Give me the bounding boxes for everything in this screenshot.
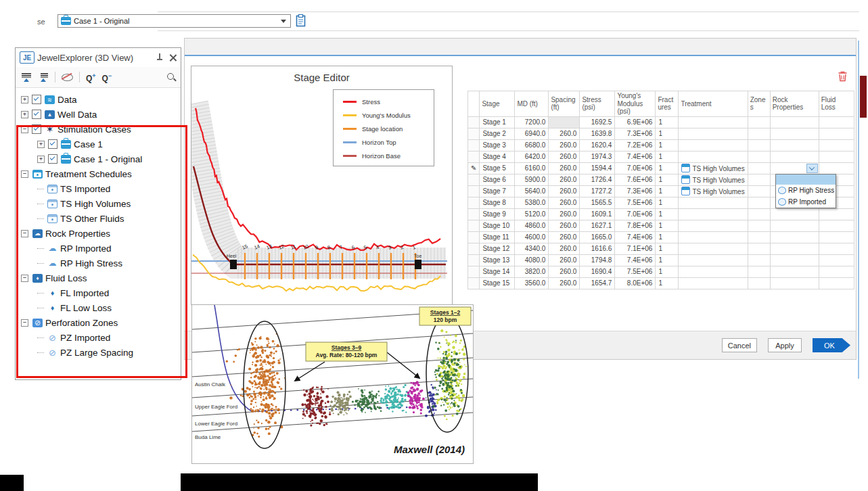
cell-spacing[interactable]: 260.0 <box>549 254 580 266</box>
cell-treatment[interactable] <box>679 220 748 231</box>
case-selector[interactable]: Case 1 - Original <box>58 14 291 28</box>
cell-stress[interactable]: 1726.4 <box>580 174 615 185</box>
tree-item-case-1[interactable]: +Case 1 <box>16 137 181 151</box>
cell-stress[interactable]: 1616.6 <box>580 243 615 254</box>
tree-item-ts-imported[interactable]: TS Imported <box>16 181 181 196</box>
cell-zones[interactable] <box>748 174 770 185</box>
cell-fractures[interactable]: 1 <box>656 243 679 254</box>
cell-stage[interactable]: Stage 5 <box>480 162 515 174</box>
cell-rock[interactable] <box>770 116 819 128</box>
cell-fractures[interactable]: 1 <box>656 162 679 174</box>
table-row-5[interactable]: ✎Stage 56160.0260.01594.47.0E+061TS High… <box>468 162 854 174</box>
cell-stage[interactable]: Stage 13 <box>480 254 515 266</box>
expand-all-button[interactable] <box>38 73 49 82</box>
row-selector[interactable] <box>468 277 480 289</box>
cell-zones[interactable] <box>748 162 770 174</box>
cell-stage[interactable]: Stage 7 <box>480 185 515 197</box>
cell-zones[interactable] <box>748 243 770 254</box>
cell-zones[interactable] <box>748 185 770 197</box>
cell-rock[interactable] <box>770 243 819 254</box>
row-selector[interactable] <box>468 139 480 151</box>
cell-fractures[interactable]: 1 <box>656 266 679 277</box>
tree-checkbox[interactable] <box>32 124 41 134</box>
cell-stress[interactable]: 1690.4 <box>580 266 615 277</box>
cell-fractures[interactable]: 1 <box>656 277 679 289</box>
cell-stress[interactable]: 1627.1 <box>580 220 615 231</box>
cell-spacing[interactable]: 260.0 <box>549 231 580 243</box>
cell-fluid[interactable] <box>819 128 854 139</box>
cell-md[interactable]: 4080.0 <box>515 254 549 266</box>
cell-zones[interactable] <box>748 128 770 139</box>
row-selector[interactable] <box>468 220 480 231</box>
expand-expander-icon[interactable]: + <box>37 156 45 163</box>
cell-spacing[interactable]: 260.0 <box>549 162 580 174</box>
cell-treatment[interactable] <box>679 139 748 151</box>
collapse-expander-icon[interactable]: − <box>21 230 28 237</box>
cell-stress[interactable]: 1639.8 <box>580 128 615 139</box>
table-row-4[interactable]: Stage 46420.0260.01974.37.4E+061 <box>468 151 854 162</box>
clipboard-icon[interactable] <box>296 14 306 28</box>
cell-fractures[interactable]: 1 <box>656 128 679 139</box>
cell-rock[interactable] <box>770 128 819 139</box>
cell-treatment[interactable] <box>679 231 748 243</box>
table-row-1[interactable]: Stage 17200.01692.56.9E+061 <box>468 116 854 128</box>
cell-youngs[interactable]: 7.5E+06 <box>615 266 656 277</box>
row-selector[interactable] <box>468 174 480 185</box>
column-header-stress[interactable]: Stress (psi) <box>580 91 615 117</box>
row-selector[interactable] <box>468 151 480 162</box>
cell-stage[interactable]: Stage 8 <box>480 197 515 208</box>
cell-zones[interactable] <box>748 254 770 266</box>
column-header-fractures[interactable]: Fractures <box>656 91 679 117</box>
table-row-3[interactable]: Stage 36680.0260.01620.47.2E+061 <box>468 139 854 151</box>
cell-zones[interactable] <box>748 220 770 231</box>
cell-rock[interactable] <box>770 254 819 266</box>
cell-youngs[interactable]: 7.8E+06 <box>615 220 656 231</box>
cell-spacing[interactable]: 260.0 <box>549 277 580 289</box>
cell-fluid[interactable] <box>819 116 854 128</box>
cell-md[interactable]: 6680.0 <box>515 139 549 151</box>
cell-stage[interactable]: Stage 3 <box>480 139 515 151</box>
cell-treatment[interactable]: TS High Volumes <box>679 162 748 174</box>
cell-youngs[interactable]: 7.0E+06 <box>615 208 656 220</box>
close-icon[interactable] <box>170 54 177 61</box>
delete-icon[interactable] <box>838 70 848 82</box>
cell-md[interactable]: 7200.0 <box>515 116 549 128</box>
tree-item-fl-low-loss[interactable]: ♦FL Low Loss <box>16 300 181 315</box>
cell-fluid[interactable] <box>819 139 854 151</box>
collapse-expander-icon[interactable]: − <box>21 319 28 327</box>
tree-item-ts-high-volumes[interactable]: TS High Volumes <box>16 196 181 211</box>
cell-youngs[interactable]: 7.0E+06 <box>615 162 656 174</box>
cell-youngs[interactable]: 7.4E+06 <box>615 151 656 162</box>
tree-item-case-1-original[interactable]: +Case 1 - Original <box>16 151 181 166</box>
cell-spacing[interactable]: 260.0 <box>549 266 580 277</box>
cell-rock[interactable] <box>770 151 819 162</box>
cell-stage[interactable]: Stage 1 <box>480 116 515 128</box>
cell-stage[interactable]: Stage 6 <box>480 174 515 185</box>
cell-fractures[interactable]: 1 <box>656 116 679 128</box>
expand-expander-icon[interactable]: + <box>21 111 28 118</box>
dropdown-item-rp-high-stress[interactable]: RP High Stress <box>776 185 836 196</box>
row-selector[interactable] <box>468 266 480 277</box>
cell-treatment[interactable] <box>679 208 748 220</box>
cell-stage[interactable]: Stage 15 <box>480 277 515 289</box>
cell-stress[interactable]: 1794.8 <box>580 254 615 266</box>
row-selector[interactable] <box>468 231 480 243</box>
cell-rock[interactable] <box>770 231 819 243</box>
cell-zones[interactable] <box>748 139 770 151</box>
tree-item-ts-other-fluids[interactable]: TS Other Fluids <box>16 211 181 226</box>
cell-md[interactable]: 5900.0 <box>515 174 549 185</box>
table-row-9[interactable]: Stage 95120.0260.01609.17.0E+061 <box>468 208 854 220</box>
expand-expander-icon[interactable]: + <box>37 141 45 148</box>
cell-spacing[interactable]: 260.0 <box>549 139 580 151</box>
cell-youngs[interactable]: 7.6E+06 <box>615 174 656 185</box>
cell-zones[interactable] <box>748 116 770 128</box>
cell-zones[interactable] <box>748 151 770 162</box>
table-row-15[interactable]: Stage 153560.0260.01654.78.0E+061 <box>468 277 854 289</box>
column-header-spacing[interactable]: Spacing (ft) <box>549 91 580 117</box>
cell-rock[interactable] <box>770 139 819 151</box>
cell-stress[interactable]: 1654.7 <box>580 277 615 289</box>
rock-properties-dropdown-button[interactable] <box>806 164 818 173</box>
table-row-10[interactable]: Stage 104860.0260.01627.17.8E+061 <box>468 220 854 231</box>
cell-md[interactable]: 4600.0 <box>515 231 549 243</box>
cell-treatment[interactable] <box>679 243 748 254</box>
